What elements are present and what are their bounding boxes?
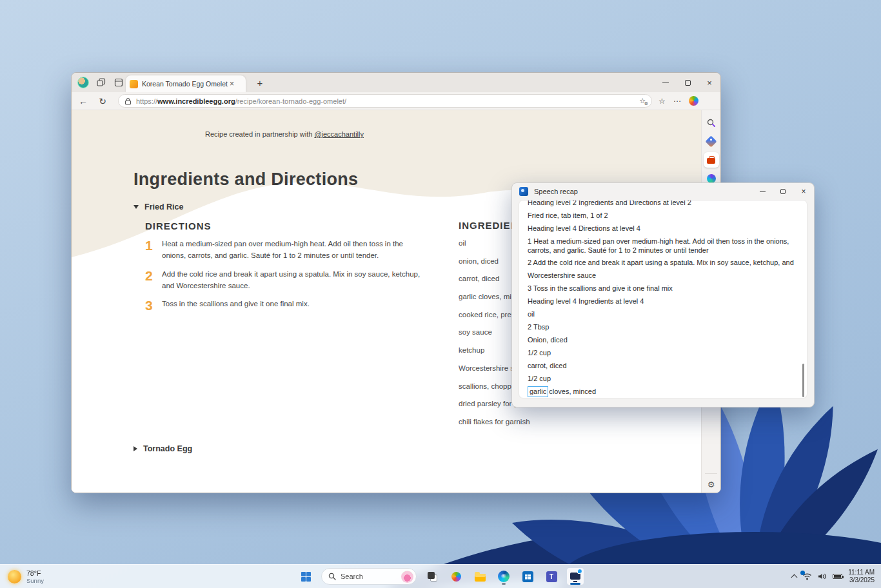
transcript-line-highlighted: garlic cloves, minced <box>528 385 798 398</box>
partnership-line: Recipe created in partnership with @jecc… <box>123 130 446 138</box>
weather-condition: Sunny <box>26 577 44 584</box>
transcript-line: Heading level 4 Directions at level 4 <box>528 222 798 235</box>
direction-step: 3 Toss in the scallions and give it one … <box>145 299 429 312</box>
favorites-icon[interactable]: ☆ <box>658 97 666 106</box>
more-menu-icon[interactable]: ⋯ <box>673 97 681 106</box>
transcript-scrollbar[interactable] <box>802 364 804 397</box>
transcript-line: 3 Toss in the scallions and give it one … <box>528 282 798 295</box>
site-info-lock-icon[interactable] <box>124 97 132 105</box>
close-button[interactable]: × <box>793 183 814 200</box>
profile-avatar[interactable] <box>77 77 89 88</box>
file-explorer-icon[interactable] <box>471 568 488 585</box>
back-button[interactable]: ← <box>75 96 91 106</box>
active-tab[interactable]: Korean Tornado Egg Omelet - A × <box>126 75 246 92</box>
search-label: Search <box>341 573 401 580</box>
speech-recap-window-controls: × <box>752 183 814 200</box>
minimize-button[interactable] <box>752 183 773 200</box>
transcript-line: Worcestershire sauce <box>528 269 798 282</box>
volume-icon[interactable] <box>818 573 827 580</box>
search-icon <box>328 573 336 580</box>
taskbar: 78°F Sunny Search T <box>0 564 881 588</box>
taskbar-search[interactable]: Search <box>321 568 417 585</box>
tray-time: 11:11 AM <box>848 569 875 577</box>
direction-step: 2 Add the cold rice and break it apart u… <box>145 269 429 292</box>
transcript-line: carrot, diced <box>528 359 798 372</box>
accordion-tornado-egg[interactable]: Tornado Egg <box>134 444 192 453</box>
maximize-button[interactable] <box>773 183 793 200</box>
start-button[interactable] <box>297 568 314 585</box>
wifi-icon[interactable] <box>802 573 812 580</box>
search-highlight-image <box>401 571 413 583</box>
spoken-word-highlight: garlic <box>528 386 548 397</box>
partner-link[interactable]: @jeccachantilly <box>314 130 364 138</box>
browser-toolbar: ← ↻ https://www.incredibleegg.org/recipe… <box>72 92 720 110</box>
chevron-right-icon <box>134 446 137 451</box>
site-favicon <box>130 80 138 88</box>
weather-temp: 78°F <box>26 569 44 577</box>
sidebar-shopping-icon[interactable] <box>704 133 719 149</box>
desktop: Korean Tornado Egg Omelet - A × + × ← ↻ … <box>0 0 881 588</box>
tab-actions-icon[interactable] <box>114 77 124 88</box>
transcript-line: Heading level 2 Ingredients and Directio… <box>528 200 798 209</box>
copilot-icon[interactable] <box>689 96 698 106</box>
url-text: https://www.incredibleegg.org/recipe/kor… <box>136 97 639 105</box>
bookmark-settings-icon[interactable]: ☆⚙ <box>639 97 646 105</box>
minimize-button[interactable] <box>655 73 677 92</box>
sunny-weather-icon <box>8 570 21 583</box>
direction-step: 1 Heat a medium-sized pan over medium-hi… <box>145 239 429 262</box>
system-tray: 11:11 AM 3/3/2025 <box>792 569 875 585</box>
maximize-button[interactable] <box>677 73 698 92</box>
workspaces-icon[interactable] <box>96 77 106 88</box>
speech-recap-window: Speech recap × Heading level 2 Ingredien… <box>511 182 815 407</box>
transcript-line: 1/2 cup <box>528 372 798 385</box>
tab-close-icon[interactable]: × <box>230 79 234 88</box>
transcript-line: Fried rice, tab item, 1 of 2 <box>528 209 798 222</box>
battery-icon[interactable] <box>833 574 842 579</box>
transcript-line: oil <box>528 308 798 320</box>
transcript-line: Onion, diced <box>528 333 798 346</box>
sidebar-divider <box>705 473 717 474</box>
weather-widget[interactable]: 78°F Sunny <box>8 569 44 584</box>
page-title: Ingredients and Directions <box>134 170 358 190</box>
taskbar-center: Search T <box>297 568 584 585</box>
narrator-taskbar-icon[interactable] <box>567 568 584 585</box>
microsoft-store-icon[interactable] <box>519 568 536 585</box>
transcript-line: Heading level 4 Ingredients at level 4 <box>528 295 798 308</box>
refresh-button[interactable]: ↻ <box>95 96 110 106</box>
accordion-fried-rice[interactable]: Fried Rice <box>134 202 183 211</box>
address-bar[interactable]: https://www.incredibleegg.org/recipe/kor… <box>118 94 652 108</box>
ingredient-item: chili flakes for garnish <box>459 418 652 436</box>
browser-tab-strip: Korean Tornado Egg Omelet - A × + × <box>72 73 720 92</box>
close-button[interactable]: × <box>698 73 720 92</box>
transcript-line: 1/2 cup <box>528 346 798 359</box>
clock[interactable]: 11:11 AM 3/3/2025 <box>848 569 875 585</box>
sidebar-settings-gear-icon[interactable]: ⚙ <box>702 480 720 489</box>
task-view-button[interactable] <box>424 568 440 585</box>
transcript-line: 2 Add the cold rice and break it apart u… <box>528 256 798 269</box>
new-tab-button[interactable]: + <box>253 77 266 88</box>
edge-icon[interactable] <box>495 568 512 585</box>
transcript-line: 1 Heat a medium-sized pan over medium-hi… <box>528 235 798 256</box>
speech-recap-transcript[interactable]: Heading level 2 Ingredients and Directio… <box>519 200 807 398</box>
sidebar-search-icon[interactable] <box>704 115 719 130</box>
sidebar-tools-icon[interactable] <box>704 152 719 168</box>
teams-icon[interactable]: T <box>543 568 560 585</box>
speech-recap-title: Speech recap <box>534 188 578 195</box>
transcript-line: 2 Tbsp <box>528 320 798 333</box>
narrator-app-icon <box>519 187 528 196</box>
tray-date: 3/3/2025 <box>848 576 875 585</box>
speech-recap-titlebar[interactable]: Speech recap × <box>512 183 814 200</box>
hidden-icons-chevron[interactable] <box>791 574 798 581</box>
directions-heading: DIRECTIONS <box>145 220 212 231</box>
copilot-taskbar-icon[interactable] <box>448 568 464 585</box>
chevron-down-icon <box>134 205 139 209</box>
browser-window-controls: × <box>655 73 720 92</box>
tab-title: Korean Tornado Egg Omelet - A <box>142 80 228 88</box>
